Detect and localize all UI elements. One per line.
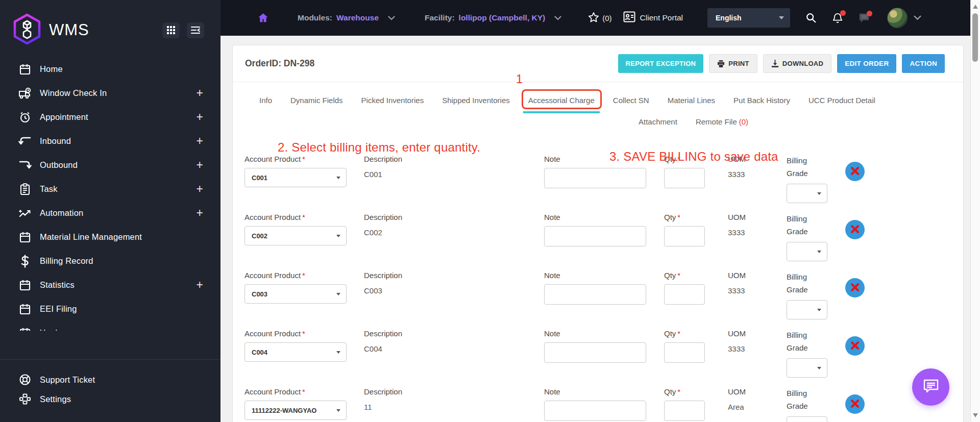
expand-plus-icon[interactable]: +: [197, 279, 203, 291]
billing-grade-label: BillingGrade: [787, 271, 845, 296]
expand-plus-icon[interactable]: +: [197, 111, 203, 123]
modules-value[interactable]: Warehouse: [336, 13, 379, 22]
note-input[interactable]: [544, 342, 646, 363]
facility-chevron-down-icon[interactable]: [554, 16, 561, 20]
billing-grade-select[interactable]: [787, 300, 827, 319]
automation-spark-icon: [18, 207, 32, 220]
apps-grid-button[interactable]: [162, 22, 180, 38]
billing-grade-select[interactable]: [787, 358, 827, 378]
download-button[interactable]: DOWNLOAD: [763, 54, 831, 73]
sidebar-item-window-check-in[interactable]: Window Check In +: [0, 81, 220, 105]
facility-value[interactable]: lollipop (Campbell, KY): [459, 13, 546, 22]
live-chat-button[interactable]: [912, 368, 949, 406]
page-scrollbar[interactable]: [970, 0, 980, 422]
report-exception-button[interactable]: REPORT EXCEPTION: [618, 54, 704, 73]
qty-input[interactable]: [664, 284, 705, 305]
delete-row-button[interactable]: [845, 336, 865, 356]
note-input[interactable]: [544, 168, 646, 188]
note-input[interactable]: [544, 401, 646, 421]
favorites-button[interactable]: (0): [588, 12, 611, 24]
search-icon[interactable]: [805, 12, 817, 23]
sidebar-item-support-ticket[interactable]: Support Ticket: [0, 370, 220, 389]
sidebar-item-appointment[interactable]: Appointment +: [0, 105, 220, 129]
note-input[interactable]: [544, 284, 646, 305]
account-product-select[interactable]: 11112222-WANGYAO: [244, 401, 347, 420]
expand-plus-icon[interactable]: +: [197, 87, 203, 99]
description-value: C001: [364, 170, 544, 179]
tab-attachment[interactable]: Attachment: [639, 117, 677, 126]
tab-ucc-product-detail[interactable]: UCC Product Detail: [808, 96, 875, 105]
modules-chevron-down-icon[interactable]: [388, 16, 395, 20]
scroll-up-arrow-icon[interactable]: [973, 5, 978, 9]
sidebar-item-task[interactable]: Task +: [0, 177, 220, 201]
sidebar-item-automation[interactable]: Automation +: [0, 201, 220, 225]
sidebar-item-statistics[interactable]: Statistics +: [0, 273, 220, 297]
expand-plus-icon[interactable]: +: [197, 159, 203, 171]
qty-input[interactable]: [664, 226, 705, 246]
tab-shipped-inventories[interactable]: Shipped Inventories: [442, 96, 510, 105]
sidebar-item-home[interactable]: Home: [0, 57, 220, 81]
sidebar-item-label: EEI Filing: [40, 304, 77, 314]
note-label: Note: [544, 387, 664, 396]
tab-remote-file[interactable]: Remote File(0): [696, 117, 748, 126]
favorites-count: (0): [602, 14, 611, 22]
sidebar-item-label: Automation: [40, 208, 83, 218]
sidebar-item-eei-filing[interactable]: EEI Filing: [0, 297, 220, 321]
outbound-arrow-icon: [18, 159, 32, 172]
collapse-sidebar-button[interactable]: [187, 22, 204, 38]
uom-value: Area: [728, 403, 787, 411]
close-x-icon: [850, 224, 860, 236]
notifications-bell-icon[interactable]: [832, 12, 843, 24]
client-portal-button[interactable]: Client Portal: [623, 11, 683, 24]
account-product-select[interactable]: C003: [244, 284, 347, 304]
tab-accessorial-charge[interactable]: Accessorial Charge1: [528, 96, 595, 105]
tab-picked-inventories[interactable]: Picked Inventories: [361, 96, 424, 105]
delete-row-button[interactable]: [845, 162, 865, 181]
sidebar-item-inbound[interactable]: Inbound +: [0, 129, 220, 153]
billing-grade-select[interactable]: [787, 242, 827, 261]
note-input[interactable]: [544, 226, 646, 246]
sidebar-item-billing-record[interactable]: Billing Record: [0, 249, 220, 273]
tab-material-lines[interactable]: Material Lines: [668, 96, 715, 105]
edit-order-button[interactable]: EDIT ORDER: [837, 54, 896, 73]
qty-input[interactable]: [664, 168, 705, 188]
qty-input[interactable]: [664, 401, 705, 421]
billing-grade-select[interactable]: [787, 184, 827, 203]
home-icon[interactable]: [257, 12, 269, 23]
messages-icon[interactable]: [859, 13, 870, 23]
billing-grade-select[interactable]: [787, 416, 827, 422]
account-product-select[interactable]: C002: [244, 226, 347, 245]
tab-dynamic-fields[interactable]: Dynamic Fields: [290, 96, 343, 105]
user-avatar[interactable]: [887, 8, 908, 28]
sidebar-item-yard[interactable]: Yard: [0, 321, 220, 331]
calendar-icon: [18, 327, 32, 331]
delete-row-button[interactable]: [845, 394, 865, 414]
account-product-select[interactable]: C004: [244, 342, 347, 362]
account-product-select[interactable]: C001: [244, 168, 347, 187]
uom-label: UOM: [728, 387, 787, 396]
uom-value: 3333: [728, 286, 787, 295]
tab-put-back-history[interactable]: Put Back History: [733, 96, 790, 105]
sidebar-header: WMS: [0, 0, 220, 56]
expand-plus-icon[interactable]: +: [197, 135, 203, 147]
sidebar-item-outbound[interactable]: Outbound +: [0, 153, 220, 177]
delete-row-button[interactable]: [845, 220, 865, 239]
tab-info[interactable]: Info: [259, 96, 272, 105]
action-button[interactable]: ACTION: [902, 54, 945, 73]
user-menu-chevron-down-icon[interactable]: [914, 15, 921, 20]
billing-grade-label: BillingGrade: [787, 155, 845, 180]
billing-grade-label: BillingGrade: [787, 213, 845, 238]
sidebar-item-settings[interactable]: Settings: [0, 389, 220, 409]
print-button[interactable]: PRINT: [709, 54, 757, 73]
expand-plus-icon[interactable]: +: [197, 183, 203, 195]
language-select[interactable]: English: [707, 8, 790, 28]
expand-plus-icon[interactable]: +: [197, 207, 203, 219]
scroll-down-arrow-icon[interactable]: [973, 413, 978, 417]
scrollbar-thumb[interactable]: [972, 13, 978, 62]
tab-label: Remote File: [696, 117, 737, 126]
qty-input[interactable]: [664, 342, 705, 363]
sidebar-item-material-line-management[interactable]: Material Line Management: [0, 225, 220, 249]
tab-bar-row2: Attachment Remote File(0): [233, 111, 963, 132]
tab-collect-sn[interactable]: Collect SN: [613, 96, 649, 105]
delete-row-button[interactable]: [845, 278, 865, 297]
